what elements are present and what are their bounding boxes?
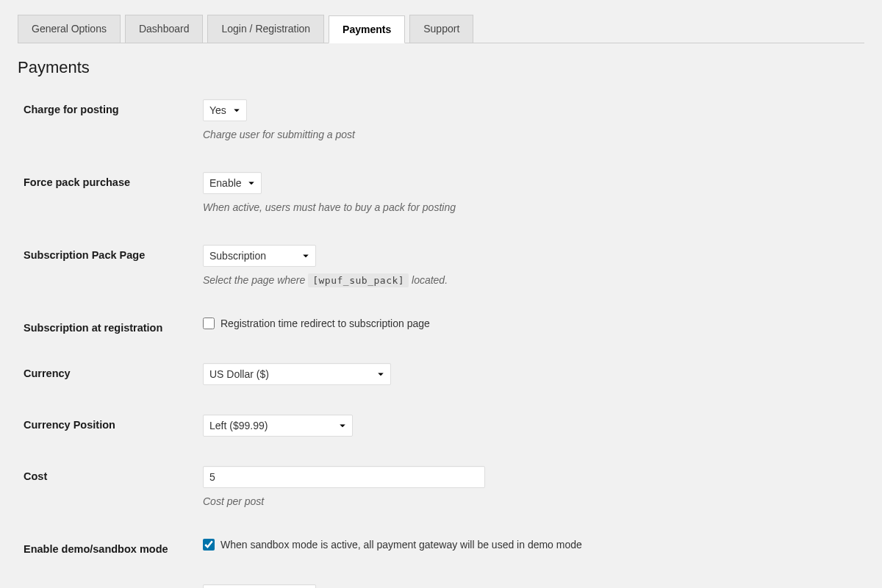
tab-general-options[interactable]: General Options xyxy=(18,15,121,43)
sub-page-label: Subscription Pack Page xyxy=(24,245,203,261)
page-title: Payments xyxy=(18,58,864,77)
sub-page-select[interactable]: Subscription xyxy=(203,245,316,267)
sub-reg-checkbox[interactable] xyxy=(203,318,215,329)
sandbox-checkbox[interactable] xyxy=(203,539,215,551)
cost-label: Cost xyxy=(24,466,203,482)
sandbox-label: Enable demo/sandbox mode xyxy=(24,539,203,555)
currency-pos-label: Currency Position xyxy=(24,415,203,431)
sub-page-desc: Select the page where [wpuf_sub_pack] lo… xyxy=(203,273,864,288)
currency-select[interactable]: US Dollar ($) xyxy=(203,363,391,385)
currency-pos-select[interactable]: Left ($99.99) xyxy=(203,415,353,437)
charge-posting-label: Charge for posting xyxy=(24,99,203,115)
force-pack-desc: When active, users must have to buy a pa… xyxy=(203,200,864,215)
sub-reg-label: Subscription at registration xyxy=(24,318,203,334)
cost-desc: Cost per post xyxy=(203,494,864,509)
shortcode: [wpuf_sub_pack] xyxy=(308,273,409,287)
sub-reg-checkbox-label[interactable]: Registration time redirect to subscripti… xyxy=(220,318,430,329)
tab-payments[interactable]: Payments xyxy=(329,15,405,43)
force-pack-label: Force pack purchase xyxy=(24,172,203,188)
payment-page-select[interactable]: Payment xyxy=(203,584,316,588)
tab-support[interactable]: Support xyxy=(409,15,473,43)
tab-login-registration[interactable]: Login / Registration xyxy=(207,15,324,43)
sandbox-checkbox-label[interactable]: When sandbox mode is active, all payment… xyxy=(220,539,582,551)
tab-dashboard[interactable]: Dashboard xyxy=(125,15,204,43)
payment-page-label: Payment Page xyxy=(24,584,203,588)
payments-form: Charge for posting Yes Charge user for s… xyxy=(18,99,864,588)
force-pack-select[interactable]: Enable xyxy=(203,172,262,194)
currency-label: Currency xyxy=(24,363,203,379)
charge-posting-select[interactable]: Yes xyxy=(203,99,247,121)
settings-tabs: General Options Dashboard Login / Regist… xyxy=(18,15,864,43)
cost-input[interactable] xyxy=(203,466,485,488)
charge-posting-desc: Charge user for submitting a post xyxy=(203,127,864,143)
